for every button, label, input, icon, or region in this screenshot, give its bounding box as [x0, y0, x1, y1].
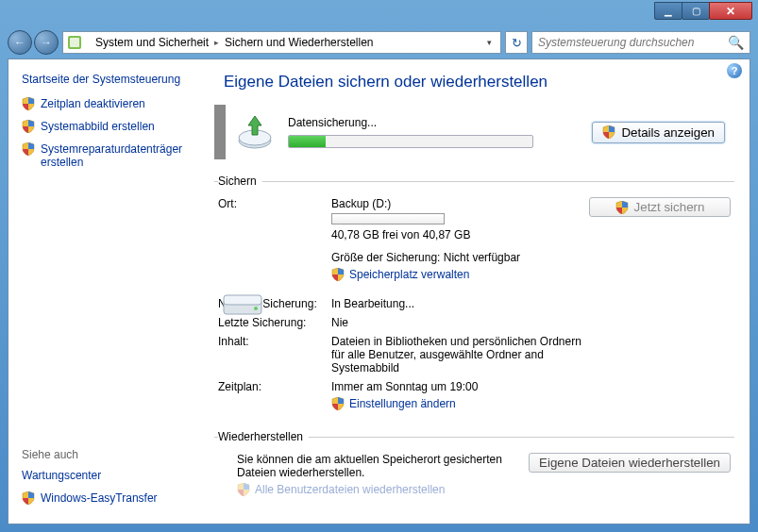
location-label: Ort: [218, 197, 331, 284]
maximize-button[interactable]: ▢ [682, 2, 710, 20]
svg-rect-5 [224, 295, 261, 305]
main-panel: Eigene Dateien sichern oder wiederherste… [199, 59, 750, 524]
refresh-button[interactable]: ↻ [505, 31, 528, 54]
address-dropdown-icon[interactable]: ▾ [481, 38, 497, 47]
restore-files-button[interactable]: Eigene Dateien wiederherstellen [529, 453, 731, 473]
see-also-header: Siehe auch [22, 448, 190, 461]
minimize-button[interactable]: ▁ [654, 2, 682, 20]
content-value: Dateien in Bibliotheken und persönlichen… [331, 335, 596, 374]
control-panel-home-link[interactable]: Startseite der Systemsteuerung [22, 73, 190, 86]
sidebar-task-label: Zeitplan deaktivieren [41, 97, 145, 110]
button-label: Eigene Dateien wiederherstellen [539, 456, 720, 470]
breadcrumb-segment[interactable]: Sichern und Wiederherstellen [225, 36, 373, 49]
shield-icon [602, 125, 615, 139]
manage-space-link[interactable]: Speicherplatz verwalten [331, 268, 469, 281]
see-also-maintenance[interactable]: Wartungscenter [22, 469, 190, 482]
back-button[interactable]: ← [8, 30, 32, 55]
explorer-navbar: ← → System und Sicherheit ▸ Sichern und … [0, 26, 758, 58]
free-space-text: 40,78 GB frei von 40,87 GB [331, 228, 589, 241]
sidebar: Startseite der Systemsteuerung Zeitplan … [8, 59, 199, 524]
sidebar-task-label: Systemreparaturdatenträger erstellen [41, 142, 190, 169]
forward-button[interactable]: → [34, 30, 59, 55]
restore-all-users-link[interactable]: Alle Benutzerdateien wiederherstellen [237, 483, 445, 496]
shield-icon [331, 397, 345, 410]
close-button[interactable]: ✕ [709, 2, 752, 20]
backup-now-button[interactable]: Jetzt sichern [589, 197, 731, 217]
progress-label: Datensicherung... [288, 116, 592, 129]
svg-point-6 [254, 307, 258, 310]
see-also-label: Windows-EasyTransfer [41, 491, 158, 505]
sidebar-task-disable-schedule[interactable]: Zeitplan deaktivieren [22, 97, 190, 110]
backup-section-legend: Sichern [218, 175, 262, 188]
button-label: Jetzt sichern [634, 200, 705, 214]
sidebar-task-create-image[interactable]: Systemabbild erstellen [22, 120, 190, 133]
backup-progress-icon [235, 112, 275, 152]
change-settings-link[interactable]: Einstellungen ändern [331, 397, 456, 410]
window-buttons: ▁ ▢ ✕ [655, 2, 752, 20]
window-titlebar: ▁ ▢ ✕ [0, 0, 758, 26]
backup-progress-box: Datensicherung... Details anzeigen [214, 105, 734, 159]
backup-section: Sichern Jetzt sichern Ort: Backup (D:) 4… [214, 175, 734, 419]
schedule-value: Immer am Sonntag um 19:00 [331, 380, 731, 393]
shield-icon [22, 97, 35, 110]
address-bar[interactable]: System und Sicherheit ▸ Sichern und Wied… [62, 31, 501, 54]
shield-icon [22, 120, 35, 133]
restore-section-legend: Wiederherstellen [218, 430, 309, 443]
restore-section: Wiederherstellen Eigene Dateien wiederhe… [214, 430, 734, 499]
breadcrumb-separator-icon: ▸ [214, 38, 219, 47]
page-title: Eigene Dateien sichern oder wiederherste… [224, 73, 734, 91]
sidebar-task-label: Systemabbild erstellen [41, 120, 155, 133]
search-icon[interactable]: 🔍 [728, 35, 744, 50]
breadcrumb-segment[interactable]: System und Sicherheit [88, 36, 209, 49]
link-label: Alle Benutzerdateien wiederherstellen [255, 483, 445, 496]
link-label: Einstellungen ändern [349, 397, 456, 410]
shield-icon [237, 483, 250, 496]
shield-icon [615, 201, 629, 214]
show-details-button[interactable]: Details anzeigen [592, 122, 725, 143]
shield-icon [331, 268, 345, 281]
backup-progress-bar [288, 135, 533, 148]
sidebar-task-repair-disc[interactable]: Systemreparaturdatenträger erstellen [22, 142, 190, 169]
next-backup-value: In Bearbeitung... [331, 297, 731, 310]
location-value: Backup (D:) [331, 197, 589, 210]
hard-drive-icon [220, 286, 265, 320]
content-frame: ? Startseite der Systemsteuerung Zeitpla… [8, 58, 750, 524]
content-label: Inhalt: [218, 335, 331, 374]
link-label: Speicherplatz verwalten [349, 268, 469, 281]
disk-usage-bar [331, 213, 445, 224]
search-box[interactable]: 🔍 [531, 31, 750, 54]
button-label: Details anzeigen [621, 125, 715, 140]
svg-rect-1 [70, 38, 79, 47]
backup-size-text: Größe der Sicherung: Nicht verfügbar [331, 251, 589, 264]
see-also-easytransfer[interactable]: Windows-EasyTransfer [22, 491, 190, 505]
last-backup-value: Nie [331, 316, 731, 329]
see-also-label: Wartungscenter [22, 469, 101, 482]
shield-icon [22, 491, 35, 505]
search-input[interactable] [538, 36, 728, 49]
restore-description: Sie können die am aktuellen Speicherort … [237, 453, 520, 479]
control-panel-icon [67, 35, 82, 50]
schedule-label: Zeitplan: [218, 380, 331, 413]
shield-icon [22, 142, 35, 156]
